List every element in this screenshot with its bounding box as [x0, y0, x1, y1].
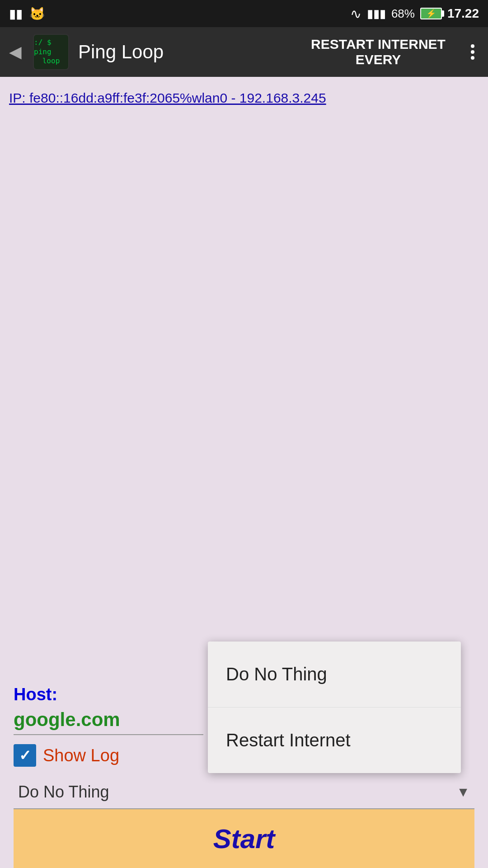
dropdown-option-do-no-thing[interactable]: Do No Thing [208, 642, 461, 708]
overflow-dot-2 [471, 50, 474, 54]
status-bar-right: ∿ ▮▮▮ 68% ⚡ 17.22 [350, 6, 479, 22]
show-log-label: Show Log [43, 746, 119, 765]
charging-icon: ⚡ [426, 9, 436, 19]
checkmark-icon: ✓ [19, 747, 31, 764]
dropdown-arrow-icon: ▼ [456, 784, 470, 800]
status-bar: ▮▮ 🐱 ∿ ▮▮▮ 68% ⚡ 17.22 [0, 0, 488, 27]
dropdown-selected-value: Do No Thing [18, 783, 109, 802]
dropdown-option-label-2: Restart Internet [226, 730, 351, 750]
clock: 17.22 [447, 6, 479, 21]
main-content: IP: fe80::16dd:a9ff:fe3f:2065%wlan0 - 19… [0, 77, 488, 868]
overflow-menu-button[interactable] [466, 40, 479, 64]
dropdown-option-restart-internet[interactable]: Restart Internet [208, 708, 461, 773]
battery-icon: ⚡ [420, 8, 442, 19]
start-button[interactable]: Start [14, 809, 474, 868]
ip-address[interactable]: IP: fe80::16dd:a9ff:fe3f:2065%wlan0 - 19… [9, 86, 479, 110]
status-bar-left: ▮▮ 🐱 [9, 6, 45, 21]
message-icon: ▮▮ [9, 6, 23, 21]
dropdown-selected[interactable]: Do No Thing ▼ [14, 776, 474, 809]
app-icon: :/ $ ping loop [33, 34, 69, 70]
cat-icon: 🐱 [29, 6, 45, 21]
overflow-dot-1 [471, 44, 474, 48]
dropdown-option-label-1: Do No Thing [226, 664, 327, 684]
back-button[interactable]: ◀ [9, 42, 22, 61]
app-icon-line1: :/ $ ping [34, 38, 68, 57]
wifi-icon: ∿ [350, 6, 361, 22]
dropdown-container: Do No Thing Restart Internet Do No Thing… [14, 776, 474, 809]
show-log-checkbox[interactable]: ✓ [14, 744, 36, 767]
dropdown-popup: Do No Thing Restart Internet [208, 642, 461, 773]
app-icon-line2: loop [42, 57, 60, 66]
battery-percent: 68% [391, 7, 415, 21]
restart-label: RESTART INTERNET EVERY [306, 37, 450, 67]
signal-icon: ▮▮▮ [367, 7, 386, 21]
overflow-dot-3 [471, 56, 474, 60]
app-bar: ◀ :/ $ ping loop Ping Loop RESTART INTER… [0, 27, 488, 77]
app-title: Ping Loop [78, 41, 297, 63]
bottom-form: Host: ✓ Show Log Do No Thing Restart Int… [0, 676, 488, 868]
start-button-label: Start [213, 823, 275, 854]
host-input[interactable] [14, 709, 203, 735]
